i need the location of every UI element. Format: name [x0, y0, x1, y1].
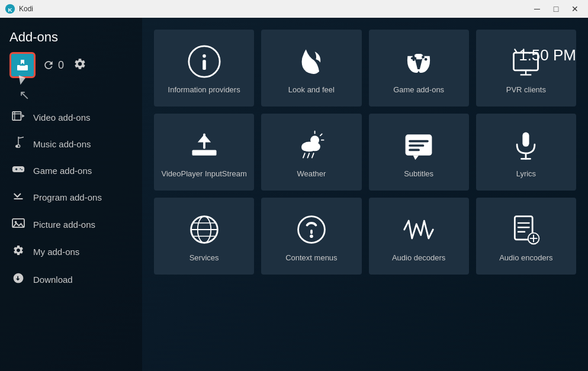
sidebar-item-music-addons[interactable]: Music add-ons [5, 131, 137, 157]
gamepad-icon [12, 164, 25, 177]
grid-label-game-addons: Game add-ons [393, 85, 444, 94]
grid-item-weather[interactable]: Weather [261, 114, 361, 191]
svg-rect-5 [12, 112, 21, 120]
svg-line-14 [14, 194, 17, 197]
download-icon [12, 272, 25, 287]
grid-label-context-menus: Context menus [285, 253, 337, 262]
svg-point-26 [425, 57, 428, 60]
svg-line-43 [303, 153, 305, 157]
content-wrapper: 1:50 PM Information providers [142, 18, 588, 371]
svg-line-45 [312, 153, 314, 157]
grid-item-context-menus[interactable]: Context menus [261, 198, 361, 275]
sidebar-label-program: Program add-ons [33, 192, 102, 202]
svg-line-38 [320, 134, 322, 136]
titlebar-left: K Kodi [5, 4, 33, 14]
svg-rect-47 [409, 140, 429, 142]
grid-item-audio-decoders[interactable]: Audio decoders [369, 198, 469, 275]
sidebar-item-game-addons[interactable]: Game add-ons [5, 159, 137, 183]
svg-point-12 [20, 168, 21, 169]
svg-rect-21 [203, 60, 206, 70]
sidebar-item-picture-addons[interactable]: Picture add-ons [5, 212, 137, 237]
addon-package-icon [15, 58, 30, 72]
sidebar: Add-ons 0 [0, 18, 142, 371]
information-icon [188, 45, 221, 78]
minimize-button[interactable]: ─ [529, 2, 545, 15]
grid-item-videoplayer-inputstream[interactable]: VideoPlayer InputStream [154, 114, 254, 191]
document-settings-icon [509, 213, 542, 246]
svg-marker-8 [22, 114, 24, 117]
close-button[interactable]: ✕ [567, 2, 583, 15]
svg-rect-49 [409, 149, 420, 151]
svg-point-42 [301, 144, 310, 151]
sidebar-item-download[interactable]: Download [5, 266, 137, 293]
picture-addons-icon [12, 218, 25, 228]
main-container: Add-ons 0 [0, 18, 588, 371]
grid-label-lyrics: Lyrics [516, 169, 536, 178]
grid-item-subtitles[interactable]: Subtitles [369, 114, 469, 191]
globe-icon [188, 213, 221, 246]
grid-item-information-providers[interactable]: Information providers [154, 30, 254, 107]
maximize-button[interactable]: □ [548, 2, 564, 15]
svg-point-61 [310, 234, 313, 238]
sidebar-label-video: Video add-ons [33, 112, 90, 122]
grid-label-weather: Weather [297, 169, 326, 178]
sidebar-item-video-addons[interactable]: Video add-ons [5, 105, 137, 130]
sidebar-item-program-addons[interactable]: Program add-ons [5, 184, 137, 211]
titlebar: K Kodi ─ □ ✕ [0, 0, 588, 18]
svg-marker-35 [197, 134, 210, 142]
svg-point-20 [203, 54, 206, 57]
settings-icon [73, 57, 86, 70]
video-icon [12, 111, 25, 124]
cursor-indicator: ↖ [19, 88, 142, 103]
grid-label-subtitles: Subtitles [404, 169, 433, 178]
gear-icon [12, 244, 24, 256]
grid-item-pvr-clients[interactable]: PVR clients [476, 30, 576, 107]
settings-button[interactable] [73, 57, 86, 73]
sidebar-label-game: Game add-ons [33, 166, 92, 176]
music-addons-icon [13, 137, 24, 149]
microphone-icon [509, 129, 542, 162]
subtitles-icon [402, 129, 435, 162]
sidebar-label-music: Music add-ons [33, 139, 91, 149]
gamecontroller-icon [402, 45, 435, 78]
kodi-logo-icon: K [5, 4, 15, 14]
svg-point-41 [309, 142, 320, 151]
game-icon [12, 164, 25, 174]
page-title: Add-ons [9, 30, 58, 44]
svg-rect-33 [192, 150, 216, 155]
grid-item-lyrics[interactable]: Lyrics [476, 114, 576, 191]
sidebar-navigation: Video add-ons Music add-ons [0, 105, 142, 293]
grid-label-videoplayer: VideoPlayer InputStream [161, 169, 246, 178]
grid-label-audio-decoders: Audio decoders [392, 253, 445, 262]
svg-rect-51 [523, 132, 529, 146]
svg-marker-50 [413, 155, 419, 159]
clock-display: 1:50 PM [519, 46, 576, 64]
grid-item-look-and-feel[interactable]: Look and feel [261, 30, 361, 107]
video-addons-icon [12, 111, 25, 121]
svg-point-13 [21, 169, 23, 170]
titlebar-controls: ─ □ ✕ [529, 2, 583, 15]
waveform-icon [402, 213, 435, 246]
grid-label-look-and-feel: Look and feel [288, 85, 335, 94]
program-addons-icon [12, 190, 24, 202]
grid-label-pvr-clients: PVR clients [506, 85, 546, 94]
svg-marker-4 [20, 63, 25, 66]
program-icon [12, 190, 25, 205]
sidebar-label-download: Download [33, 275, 73, 285]
my-addons-icon [12, 244, 25, 259]
refresh-icon [43, 59, 54, 71]
addon-grid: Information providers Look and feel [154, 30, 576, 275]
svg-line-44 [307, 153, 309, 157]
refresh-button[interactable]: 0 [43, 59, 64, 72]
sidebar-item-my-addons[interactable]: My add-ons [5, 238, 137, 265]
grid-item-services[interactable]: Services [154, 198, 254, 275]
svg-point-9 [15, 145, 18, 148]
svg-text:K: K [8, 7, 12, 13]
sidebar-label-picture: Picture add-ons [33, 220, 95, 230]
look-and-feel-icon [295, 45, 328, 78]
grid-label-audio-encoders: Audio encoders [499, 253, 552, 262]
grid-item-game-addons[interactable]: Game add-ons [369, 30, 469, 107]
addon-manager-button[interactable] [9, 52, 36, 78]
addon-controls: 0 [0, 47, 142, 88]
grid-item-audio-encoders[interactable]: Audio encoders [476, 198, 576, 275]
